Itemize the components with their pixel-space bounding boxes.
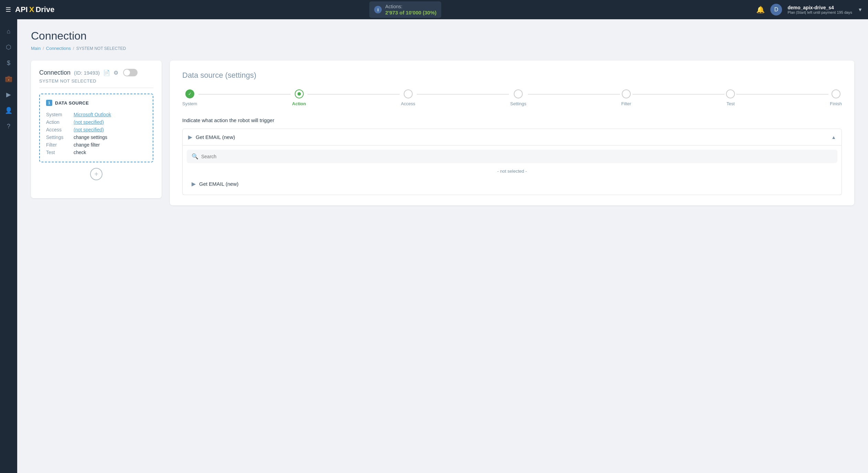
toggle-switch[interactable] (123, 69, 138, 76)
row-value: check (74, 149, 147, 156)
chevron-up-icon: ▲ (831, 135, 836, 140)
breadcrumb-sep2: / (73, 46, 74, 51)
connection-card-title: Connection (39, 69, 70, 76)
breadcrumb: Main / Connections / SYSTEM NOT SELECTED (31, 46, 854, 51)
row-value[interactable]: (not specified) (74, 126, 147, 133)
doc-icon[interactable]: 📄 (103, 69, 110, 76)
dropdown-selected: Get EMAIL (new) (196, 134, 235, 140)
right-card: Data source (settings) ✓SystemActionAcce… (170, 61, 854, 205)
ds-title-main: Data source (182, 71, 223, 79)
logo-drive: Drive (35, 5, 54, 14)
connection-header: Connection (ID: 19493) 📄 ⚙ (39, 69, 153, 76)
trigger-play-icon: ▶ (188, 134, 192, 140)
step-item-settings: Settings (510, 89, 527, 106)
option-label: Get EMAIL (new) (199, 181, 238, 187)
table-row: Filterchange filter (46, 141, 147, 149)
cards-row: Connection (ID: 19493) 📄 ⚙ SYSTEM NOT SE… (31, 61, 854, 205)
step-item-access: Access (401, 89, 415, 106)
page-title: Connection (31, 30, 854, 42)
sidebar-item-connections[interactable]: ⬡ (2, 41, 15, 54)
breadcrumb-main[interactable]: Main (31, 46, 41, 51)
table-row: Settingschange settings (46, 133, 147, 141)
row-value[interactable]: Microsoft Outlook (74, 111, 147, 118)
connection-id: (ID: 19493) (74, 70, 100, 76)
dropdown-trigger[interactable]: ▶ Get EMAIL (new) ▲ (182, 129, 842, 146)
step-line (198, 94, 291, 95)
hamburger-icon[interactable]: ☰ (6, 6, 11, 13)
step-circle (832, 89, 840, 98)
step-label: Action (292, 101, 306, 106)
dropdown-option[interactable]: ▶Get EMAIL (new) (187, 177, 837, 191)
ds-number: 1 (46, 100, 52, 106)
option-play-icon: ▶ (192, 181, 196, 187)
search-input[interactable] (201, 154, 833, 159)
step-line (736, 94, 828, 95)
not-selected-label: - not selected - (187, 167, 837, 177)
user-plan: Plan |Start| left until payment 195 days (788, 10, 852, 14)
add-button[interactable]: + (90, 168, 102, 180)
bell-icon[interactable]: 🔔 (756, 6, 765, 14)
step-circle (404, 89, 413, 98)
table-row: Action(not specified) (46, 118, 147, 126)
left-card: Connection (ID: 19493) 📄 ⚙ SYSTEM NOT SE… (31, 61, 162, 198)
row-key: Action (46, 118, 74, 126)
row-value: change settings (74, 133, 147, 141)
user-menu-chevron[interactable]: ▼ (858, 7, 862, 12)
row-key: Filter (46, 141, 74, 149)
step-label: System (182, 101, 197, 106)
info-icon: i (374, 6, 382, 13)
table-row: SystemMicrosoft Outlook (46, 111, 147, 118)
user-info: demo_apix-drive_s4 Plan |Start| left unt… (788, 5, 852, 14)
row-key: Settings (46, 133, 74, 141)
table-row: Access(not specified) (46, 126, 147, 133)
ds-label: DATA SOURCE (55, 100, 89, 106)
row-value: change filter (74, 141, 147, 149)
system-not-selected: SYSTEM NOT SELECTED (39, 78, 153, 88)
row-key: System (46, 111, 74, 118)
step-item-action: Action (292, 89, 306, 106)
logo: APIXDrive (15, 5, 54, 14)
step-line (528, 94, 620, 95)
dropdown-panel: 🔍 - not selected - ▶Get EMAIL (new) (182, 146, 842, 195)
row-value[interactable]: (not specified) (74, 118, 147, 126)
avatar: D (770, 4, 782, 15)
sidebar-item-home[interactable]: ⌂ (2, 25, 15, 38)
step-label: Filter (621, 101, 631, 106)
topnav: ☰ APIXDrive i Actions: 2'973 of 10'000 (… (0, 0, 868, 19)
table-row: Testcheck (46, 149, 147, 156)
row-key: Access (46, 126, 74, 133)
gear-icon[interactable]: ⚙ (113, 69, 118, 76)
breadcrumb-connections[interactable]: Connections (46, 46, 71, 51)
trigger-left: ▶ Get EMAIL (new) (188, 134, 235, 140)
actions-label: Actions: (385, 4, 402, 9)
ds-table: SystemMicrosoft OutlookAction(not specif… (46, 111, 147, 156)
actions-info: Actions: 2'973 of 10'000 (30%) (385, 3, 436, 16)
step-label: Settings (510, 101, 527, 106)
username: demo_apix-drive_s4 (788, 5, 852, 10)
step-item-test: Test (726, 89, 735, 106)
topnav-right: 🔔 D demo_apix-drive_s4 Plan |Start| left… (756, 4, 862, 15)
search-box: 🔍 (187, 150, 837, 163)
logo-api: API (15, 5, 28, 14)
step-label: Finish (830, 101, 842, 106)
action-instruction: Indicate what action the robot will trig… (182, 117, 842, 123)
actions-count: 2'973 of 10'000 (30%) (385, 10, 436, 15)
step-circle (514, 89, 523, 98)
sidebar-item-user[interactable]: 👤 (2, 104, 15, 117)
sidebar: ⌂ ⬡ $ 💼 ▶ 👤 ? (0, 19, 17, 473)
step-circle (726, 89, 735, 98)
breadcrumb-current: SYSTEM NOT SELECTED (76, 46, 126, 51)
step-line (632, 94, 725, 95)
sidebar-item-play[interactable]: ▶ (2, 88, 15, 101)
sidebar-item-help[interactable]: ? (2, 120, 15, 133)
search-icon: 🔍 (192, 153, 198, 160)
step-line (417, 94, 509, 95)
step-circle (622, 89, 631, 98)
sidebar-item-billing[interactable]: $ (2, 56, 15, 69)
ds-title-sub-text: (settings) (225, 71, 256, 79)
step-item-filter: Filter (621, 89, 631, 106)
dropdown-options: ▶Get EMAIL (new) (187, 177, 837, 191)
logo-x: X (29, 5, 34, 14)
sidebar-item-briefcase[interactable]: 💼 (2, 72, 15, 85)
datasource-box: 1 DATA SOURCE SystemMicrosoft OutlookAct… (39, 94, 153, 162)
